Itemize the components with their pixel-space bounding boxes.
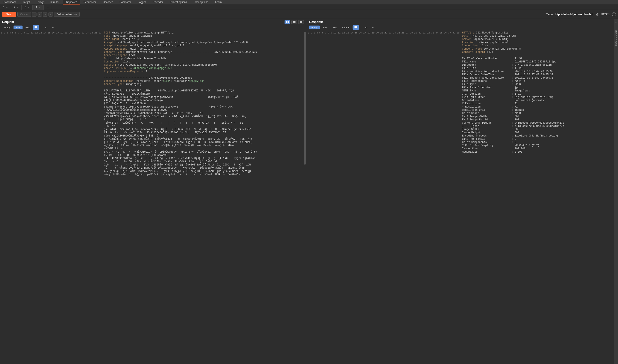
view-tab-hex[interactable]: Hex <box>23 26 32 29</box>
top-tab-project-options[interactable]: Project options <box>167 0 190 4</box>
request-editor[interactable]: 1 2 3 4 5 6 7 8 9 10 11 12 13 14 15 16 1… <box>0 30 306 364</box>
view-tab-raw[interactable]: Raw <box>13 26 23 29</box>
close-icon[interactable]: × <box>6 6 8 9</box>
view-tab-pretty[interactable]: Pretty <box>2 26 13 29</box>
edit-target-icon[interactable] <box>595 13 599 16</box>
protocol-label: HTTP/1 <box>601 13 610 16</box>
top-tab-dashboard[interactable]: Dashboard <box>0 0 20 4</box>
response-title: Response <box>309 20 324 24</box>
hamburger-icon[interactable]: ≡ <box>50 26 56 29</box>
inspector-sidebar[interactable]: ≡ INSPECTOR <box>613 19 618 364</box>
view-tab-hex[interactable]: Hex <box>331 26 339 29</box>
inspector-label: INSPECTOR <box>615 30 617 46</box>
forward-button[interactable]: > <box>43 12 47 16</box>
back-button[interactable]: < <box>32 12 37 16</box>
layout-columns-icon[interactable] <box>284 20 290 24</box>
top-tab-sequencer[interactable]: Sequencer <box>80 0 100 4</box>
top-tab-intruder[interactable]: Intruder <box>47 0 63 4</box>
top-tab-proxy[interactable]: Proxy <box>33 0 47 4</box>
svg-rect-1 <box>287 21 289 23</box>
sub-tab-1[interactable]: 1× <box>0 5 11 10</box>
svg-point-8 <box>36 27 37 28</box>
help-icon[interactable]: ? <box>612 13 616 16</box>
newline-icon[interactable]: \n <box>363 26 369 29</box>
svg-rect-0 <box>286 21 287 23</box>
top-tab-repeater[interactable]: Repeater <box>63 0 80 4</box>
newline-icon[interactable]: \n <box>43 26 49 29</box>
svg-rect-3 <box>293 22 296 23</box>
sidebar-toggle-icon[interactable]: ≡ <box>615 21 617 25</box>
toolbar: Send Cancel < ▾ > ▾ Follow redirection T… <box>0 10 618 19</box>
top-tab-logger[interactable]: Logger <box>134 0 149 4</box>
svg-point-12 <box>356 27 357 28</box>
sub-tabs: 1×2×3×4×... <box>0 5 618 10</box>
top-tabs: DashboardTargetProxyIntruderRepeaterSequ… <box>0 0 618 5</box>
cancel-button[interactable]: Cancel <box>17 12 31 17</box>
top-tab-target[interactable]: Target <box>20 0 33 4</box>
svg-point-11 <box>355 26 356 27</box>
actions-icon[interactable] <box>33 25 39 30</box>
svg-rect-4 <box>300 21 302 23</box>
svg-point-7 <box>35 26 36 27</box>
response-editor[interactable]: 1 2 3 4 5 6 7 8 9 10 11 12 13 14 15 16 1… <box>307 30 613 364</box>
sub-tab-...[interactable]: ... <box>44 5 52 10</box>
view-tab-render[interactable]: Render <box>340 26 352 29</box>
follow-redirection-button[interactable]: Follow redirection <box>54 12 80 17</box>
view-tab-raw[interactable]: Raw <box>321 26 330 29</box>
actions-icon[interactable] <box>353 25 359 30</box>
forward-menu-button[interactable]: ▾ <box>49 12 53 16</box>
back-menu-button[interactable]: ▾ <box>38 12 42 16</box>
close-icon[interactable]: × <box>28 6 29 9</box>
sub-tab-4[interactable]: 4× <box>33 5 44 10</box>
top-tab-decoder[interactable]: Decoder <box>100 0 116 4</box>
top-tab-user-options[interactable]: User options <box>190 0 212 4</box>
top-tab-comparer[interactable]: Comparer <box>116 0 134 4</box>
scrollbar[interactable] <box>304 32 306 364</box>
send-button[interactable]: Send <box>2 12 16 17</box>
top-tab-extender[interactable]: Extender <box>149 0 167 4</box>
svg-rect-2 <box>293 21 296 22</box>
request-title: Request <box>2 20 14 24</box>
close-icon[interactable]: × <box>17 6 18 9</box>
top-tab-learn[interactable]: Learn <box>212 0 225 4</box>
request-panel: Request PrettyRawHex\n≡ 1 2 3 4 5 6 7 8 … <box>0 19 306 364</box>
sub-tab-3[interactable]: 3× <box>22 5 33 10</box>
sub-tab-2[interactable]: 2× <box>11 5 22 10</box>
close-icon[interactable]: × <box>39 6 40 9</box>
response-panel: Response PrettyRawHexRender\n≡ 1 2 3 4 5… <box>307 19 613 364</box>
hamburger-icon[interactable]: ≡ <box>370 26 376 29</box>
layout-rows-icon[interactable] <box>291 20 297 24</box>
view-tab-pretty[interactable]: Pretty <box>309 26 320 29</box>
target-label: Target: http://devbuild-job.overflow.htb <box>546 13 593 16</box>
layout-single-icon[interactable] <box>298 20 304 24</box>
